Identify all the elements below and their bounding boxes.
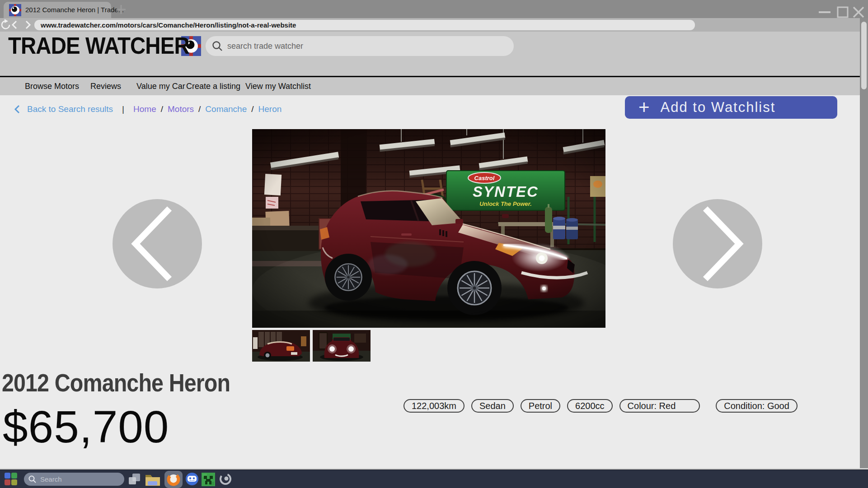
add-to-watchlist-button[interactable]: + Add to Watchlist [625, 96, 837, 119]
crumb-heron[interactable]: Heron [258, 104, 282, 114]
site-logo-text[interactable]: TRADE WATCHER [8, 33, 189, 59]
spec-body-type: Sedan [471, 399, 514, 413]
breadcrumb-divider: | [122, 104, 124, 114]
close-icon[interactable] [854, 7, 863, 17]
spec-odometer: 122,003km [404, 399, 464, 413]
nav-browse-motors[interactable]: Browse Motors [25, 77, 79, 95]
browser-tab[interactable]: 2012 Comanche Heron | Trade... [4, 2, 111, 18]
search-icon [212, 41, 223, 51]
site-search[interactable] [206, 36, 514, 56]
firefox-icon[interactable] [164, 471, 183, 488]
listing-price: $65,700 [3, 401, 169, 453]
breadcrumb: Back to Search results | Home / Motors /… [14, 103, 282, 116]
taskbar-search-input[interactable] [40, 475, 117, 483]
taskbar [0, 469, 868, 488]
url-text: www.tradewatcher.com/motors/cars/Comanch… [41, 21, 296, 29]
refresh-icon[interactable] [2, 19, 9, 28]
nav-create-listing[interactable]: Create a listing [186, 77, 240, 95]
crumb-slash: / [198, 104, 201, 114]
scrollbar-thumb[interactable] [861, 22, 867, 89]
chevron-left-icon [14, 104, 21, 114]
window-controls [812, 0, 868, 18]
car-photo-main[interactable]: Castrol SYNTEC Unlock The Power. [252, 129, 605, 328]
screen: 2012 Comanche Heron | Trade... www.tra [0, 0, 868, 488]
crumb-motors[interactable]: Motors [168, 104, 194, 114]
nav-reviews[interactable]: Reviews [90, 77, 121, 95]
url-bar[interactable]: www.tradewatcher.com/motors/cars/Comanch… [34, 20, 695, 30]
back-icon[interactable] [13, 21, 16, 28]
site-nav: Browse Motors Reviews Value my Car Creat… [0, 77, 860, 95]
tab-title: 2012 Comanche Heron | Trade... [25, 6, 124, 14]
listing-title: 2012 Comanche Heron [2, 368, 230, 397]
maximize-icon[interactable] [838, 7, 848, 17]
spec-badges: 122,003km Sedan Petrol 6200cc Colour: Re… [404, 399, 798, 413]
minecraft-icon[interactable] [202, 473, 215, 486]
forward-icon[interactable] [26, 21, 30, 28]
site-search-input[interactable] [227, 42, 480, 51]
taskbar-search[interactable] [24, 473, 124, 486]
nav-value-my-car[interactable]: Value my Car [136, 77, 185, 95]
crumb-comanche[interactable]: Comanche [205, 104, 247, 114]
scrollbar-track[interactable] [860, 18, 868, 468]
new-tab-icon[interactable] [116, 4, 127, 15]
robot-app-icon[interactable] [185, 472, 199, 486]
gallery-next-button[interactable] [673, 199, 762, 288]
chevron-right-icon [673, 199, 762, 288]
search-icon [28, 475, 37, 483]
nav-view-watchlist[interactable]: View my Watchlist [245, 77, 311, 95]
gallery-prev-button[interactable] [113, 199, 202, 288]
site-favicon-icon [9, 4, 21, 16]
listing-page: Back to Search results | Home / Motors /… [0, 95, 860, 468]
app-launcher-icon[interactable] [5, 473, 17, 485]
toolbar-icons [0, 18, 36, 32]
crumb-slash: / [161, 104, 163, 114]
car-photo-thumbnail-front[interactable] [313, 330, 371, 362]
crumb-slash: / [251, 104, 253, 114]
chevron-left-icon [113, 199, 202, 288]
file-manager-icon[interactable] [145, 473, 161, 486]
spec-fuel: Petrol [521, 399, 560, 413]
workspaces-icon[interactable] [129, 474, 141, 485]
spec-condition: Condition: Good [716, 399, 798, 413]
car-photo-thumbnail-rear[interactable] [252, 330, 310, 362]
target-app-icon[interactable] [219, 472, 232, 486]
browser-tab-bar: 2012 Comanche Heron | Trade... [0, 0, 868, 18]
spec-colour: Colour: Red [619, 399, 700, 413]
browser-toolbar: www.tradewatcher.com/motors/cars/Comanch… [0, 18, 860, 32]
back-to-search-link[interactable]: Back to Search results [27, 104, 113, 114]
spec-engine: 6200cc [567, 399, 613, 413]
watchlist-button-label: Add to Watchlist [661, 99, 776, 116]
crumb-home[interactable]: Home [133, 104, 156, 114]
plus-icon: + [638, 98, 650, 117]
